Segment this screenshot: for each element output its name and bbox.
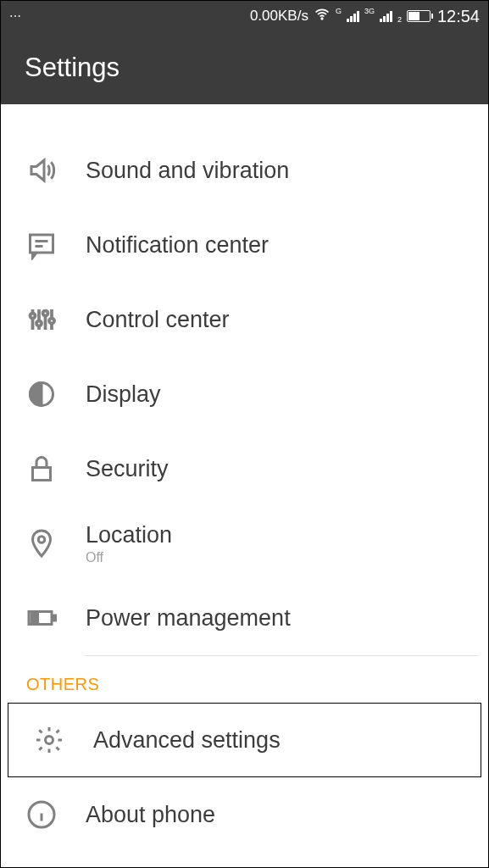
settings-item-notification[interactable]: Notification center — [1, 208, 488, 282]
notification-icon — [26, 230, 57, 260]
display-icon — [26, 379, 57, 409]
settings-item-label: Security — [86, 456, 169, 482]
settings-item-label: Display — [86, 381, 161, 408]
more-dots-icon: ⋯ — [9, 9, 21, 23]
page-title: Settings — [25, 53, 119, 83]
security-icon — [26, 453, 57, 484]
signal-bars-2-icon — [380, 10, 392, 22]
signal2-sub: 2 — [397, 15, 402, 24]
svg-rect-7 — [33, 468, 51, 481]
svg-point-2 — [31, 314, 36, 319]
status-bar: ⋯ 0.00KB/s G 3G 2 12:54 — [1, 1, 488, 31]
settings-item-control-center[interactable]: Control center — [1, 282, 488, 357]
app-bar: Settings — [1, 31, 488, 104]
power-icon — [26, 603, 57, 633]
settings-item-location[interactable]: Location Off — [1, 506, 488, 581]
signal1-label: G — [336, 7, 342, 15]
status-left: ⋯ — [9, 9, 21, 23]
status-right: 0.00KB/s G 3G 2 12:54 — [250, 6, 480, 27]
settings-item-label: About phone — [86, 802, 215, 828]
svg-point-5 — [49, 319, 54, 324]
svg-point-11 — [46, 737, 53, 744]
about-icon — [26, 799, 57, 830]
section-header-others: OTHERS — [1, 656, 488, 703]
settings-item-label: Location — [86, 522, 172, 548]
settings-list: Sound and vibration Notification center … — [1, 104, 488, 852]
signal-bars-1-icon — [347, 10, 359, 22]
location-icon — [26, 528, 57, 559]
svg-point-4 — [43, 311, 48, 316]
network-speed: 0.00KB/s — [250, 8, 308, 25]
settings-item-label: Advanced settings — [93, 727, 281, 754]
settings-item-power[interactable]: Power management — [1, 581, 488, 655]
settings-item-label: Sound and vibration — [86, 158, 289, 184]
svg-point-0 — [321, 18, 323, 19]
settings-item-label: Notification center — [86, 232, 269, 259]
settings-item-sub: Off — [86, 550, 172, 565]
settings-item-sound[interactable]: Sound and vibration — [1, 133, 488, 208]
settings-item-advanced[interactable]: Advanced settings — [8, 703, 481, 777]
settings-item-label: Power management — [86, 605, 291, 632]
sound-icon — [26, 155, 57, 186]
svg-rect-1 — [31, 235, 53, 253]
advanced-icon — [34, 725, 64, 755]
settings-item-security[interactable]: Security — [1, 431, 488, 506]
status-time: 12:54 — [437, 7, 480, 26]
wifi-icon — [314, 6, 331, 27]
settings-item-display[interactable]: Display — [1, 357, 488, 431]
settings-item-about[interactable]: About phone — [1, 777, 488, 852]
svg-rect-10 — [31, 615, 38, 622]
settings-item-label: Control center — [86, 307, 230, 333]
signal2-label: 3G — [364, 7, 375, 15]
control-center-icon — [26, 304, 57, 335]
svg-point-8 — [38, 537, 45, 543]
svg-point-3 — [36, 321, 42, 326]
battery-icon — [407, 10, 431, 22]
